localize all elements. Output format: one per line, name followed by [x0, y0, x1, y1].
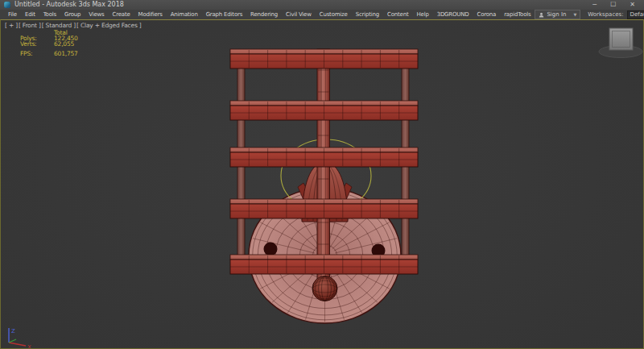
- viewport-menu-shading[interactable]: [ Clay + Edged Faces ]: [76, 22, 142, 29]
- stats-fps-value: 601,757: [54, 51, 78, 56]
- window-title: Untitled - Autodesk 3ds Max 2018: [14, 0, 124, 10]
- menu-item-3dground[interactable]: 3DGROUND: [433, 11, 473, 18]
- close-button-icon[interactable]: ✕: [630, 1, 635, 9]
- menu-item-rendering[interactable]: Rendering: [246, 11, 282, 18]
- viewport-statistics: Total Polys: 122,450 Verts: 62,055 FPS: …: [20, 30, 78, 56]
- menu-item-customize[interactable]: Customize: [316, 11, 352, 18]
- menu-item-modifiers[interactable]: Modifiers: [134, 11, 167, 18]
- menu-bar: File Edit Tools Group Views Create Modif…: [0, 10, 644, 19]
- workspaces-label: Workspaces:: [588, 11, 623, 18]
- menu-item-content[interactable]: Content: [383, 11, 412, 18]
- menu-item-help[interactable]: Help: [412, 11, 432, 18]
- sign-in-label: Sign In: [547, 11, 566, 18]
- viewport-canvas[interactable]: Z X: [1, 20, 643, 348]
- sign-in-button[interactable]: Sign In ▼: [535, 10, 580, 19]
- axis-y-line: [9, 339, 16, 343]
- menu-item-tools[interactable]: Tools: [39, 11, 60, 18]
- model-sphere[interactable]: [312, 276, 337, 301]
- menu-item-graph-editors[interactable]: Graph Editors: [202, 11, 246, 18]
- model-center-rod[interactable]: [317, 49, 330, 288]
- user-icon: [539, 12, 544, 18]
- viewcube[interactable]: [599, 28, 642, 58]
- menu-item-group[interactable]: Group: [60, 11, 85, 18]
- viewport-label: [ + ] [ Front ] [ Standard ] [ Clay + Ed…: [5, 22, 142, 29]
- menu-item-edit[interactable]: Edit: [21, 11, 39, 18]
- stats-verts-label: Verts:: [20, 41, 54, 47]
- disc-hole-left: [264, 243, 278, 256]
- viewcube-cube[interactable]: [609, 28, 633, 50]
- workspaces-dropdown[interactable]: Default ▼: [627, 10, 644, 19]
- menu-item-civil-view[interactable]: Civil View: [282, 11, 316, 18]
- 3dsmax-app-icon: [4, 2, 10, 8]
- viewport-front[interactable]: [ + ] [ Front ] [ Standard ] [ Clay + Ed…: [0, 19, 644, 349]
- title-bar: Untitled - Autodesk 3ds Max 2018 ─ ☐ ✕: [0, 0, 644, 10]
- axis-z-label: Z: [11, 328, 15, 334]
- viewport-menu-pov[interactable]: [ Front ]: [19, 22, 41, 29]
- stats-verts-value: 62,055: [54, 41, 74, 47]
- menu-item-file[interactable]: File: [4, 11, 21, 18]
- workspaces-value: Default: [630, 11, 644, 18]
- stats-fps-label: FPS:: [20, 51, 54, 56]
- axis-x-label: X: [27, 344, 31, 348]
- menu-item-create[interactable]: Create: [109, 11, 134, 18]
- viewport-menu-renderer[interactable]: [ Standard ]: [42, 22, 76, 29]
- menu-item-corona[interactable]: Corona: [473, 11, 500, 18]
- menu-item-rapidtools[interactable]: rapidTools: [500, 11, 535, 18]
- menu-item-animation[interactable]: Animation: [167, 11, 202, 18]
- maximize-button-icon[interactable]: ☐: [610, 1, 616, 9]
- axis-x-line: [9, 343, 26, 346]
- menu-item-views[interactable]: Views: [85, 11, 108, 18]
- chevron-down-icon: ▼: [573, 12, 576, 17]
- menu-item-scripting[interactable]: Scripting: [352, 11, 383, 18]
- world-axis-tripod: Z X: [9, 328, 31, 348]
- minimize-button-icon[interactable]: ─: [592, 1, 597, 9]
- viewport-menu-general[interactable]: [ + ]: [5, 22, 18, 29]
